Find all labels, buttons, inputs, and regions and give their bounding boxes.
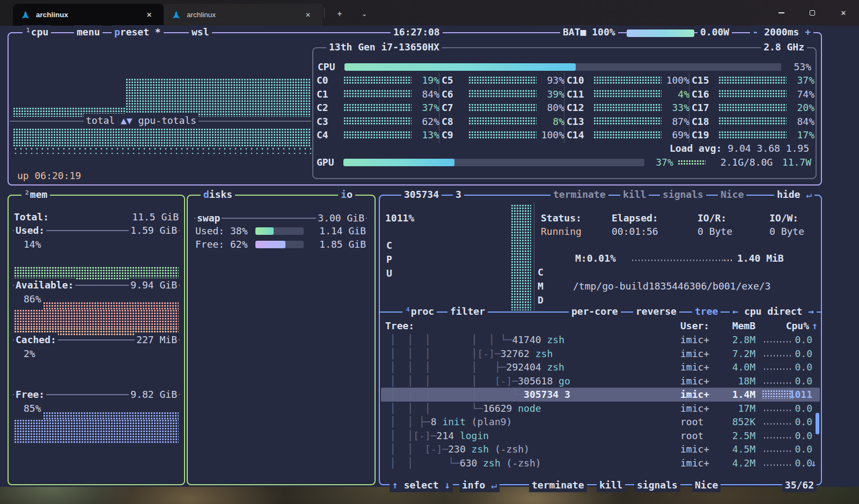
maximize-button[interactable] [797,0,828,26]
refresh-value: 2000ms [764,26,799,38]
detail-mem-percent: M:0.01% [575,251,616,265]
cpu-vertical-label: C [386,239,394,253]
tab-archlinux-inactive[interactable]: archlinux ✕ [164,4,322,26]
core-column-3: C10100%C114%C1233%C1387%C1469% [567,73,689,142]
process-row-32762[interactable]: │ │ │ │[-]─32762 zshimic+7.2M0.0 [381,347,820,361]
core-row-C13: C1387% [567,115,689,129]
core-graph [718,90,787,98]
core-row-C0: C019% [317,73,439,87]
signals-button[interactable]: signals [660,188,706,202]
cpu-box-title[interactable]: ¹cpu [23,25,51,39]
column-user: User: [680,319,709,333]
select-up-icon[interactable]: ↑ [392,479,398,491]
mem-available-row: Available:9.94 GiB [13,278,180,292]
column-mem: MemB [715,319,755,333]
per-core-toggle[interactable]: per-core [569,305,621,318]
process-row-305618[interactable]: │ │ │ │ [-]─305618 goimic+18M0.0 [381,374,820,388]
process-row-41740[interactable]: │ │ │ │ │ └─41740 zshimic+2.8M0.0 [381,333,820,347]
cpu-total-bar [344,63,781,71]
selected-pid: 305734 [401,188,442,202]
core-column-1: C019%C184%C237%C362%C413% [317,73,439,142]
battery-watts: 0.00W [698,25,732,39]
core-row-C3: C362% [317,115,439,129]
core-row-C1: C184% [317,87,439,101]
io-toggle[interactable]: io [338,188,355,202]
filter-button[interactable]: filter [447,305,488,318]
arch-linux-icon [171,10,181,20]
cmd-vertical-label: M [538,279,545,293]
core-graph [343,117,412,125]
signals-footer-button[interactable]: signals [634,478,680,492]
disks-box-title[interactable]: disks [201,188,235,202]
info-button[interactable]: info ↵ [459,478,500,492]
core-graph [343,76,412,85]
process-row-230[interactable]: │ │ [-]─230 zsh (-zsh)imic+4.5M0.0 [381,442,820,456]
tab-dropdown-button[interactable]: ⌄ [353,5,376,23]
elapsed-label: Elapsed: [612,211,658,225]
scroll-down-icon[interactable]: ↓ [811,456,817,470]
enter-icon: ↵ [491,479,497,491]
core-column-4: C1537%C1674%C1720%C1884%C1917% [692,73,814,142]
process-row-630[interactable]: │ │ └─630 zsh (-zsh)imic+4.2M0.0 [381,456,820,470]
refresh-plus-button[interactable]: + [805,26,811,38]
process-row-16629[interactable]: │ │ │ └─16629 nodeimic+17M0.0 [381,402,820,416]
process-row-214[interactable]: │ │[-]─214 loginroot2.5M0.0 [381,429,820,443]
core-graph [593,117,662,125]
cpu-total-graph-right [126,78,311,117]
list-position: 35/62 [782,478,817,492]
cpu-frequency: 2.8 GHz [761,40,807,54]
core-graph [468,117,537,125]
sort-right-icon[interactable]: → [808,306,814,317]
status-label: Status: [541,211,582,225]
process-row-292404[interactable]: │ │ │ │ ├─292404 zshimic+4.0M0.0 [381,360,820,374]
close-icon: ✕ [841,9,847,17]
nice-button[interactable]: Nice [718,188,746,202]
minimize-icon [779,12,784,13]
kill-button[interactable]: kill [620,188,649,202]
swap-used-bar [255,227,304,235]
detail-cpu-graph [511,204,531,310]
gpu-totals-graph [13,128,311,146]
mem-available-graph-top [43,302,179,309]
tab-close-icon[interactable]: ✕ [300,8,316,22]
proc-scrollbar[interactable] [816,413,819,434]
btop-terminal: ¹cpu menu preset * wsl 16:27:08 BAT■ 100… [0,26,859,487]
cpu-total-label: CPU [318,60,340,74]
tree-toggle[interactable]: tree [692,305,721,318]
sort-left-icon[interactable]: ← [732,306,738,317]
core-row-C11: C114% [567,87,689,101]
kill-footer-button[interactable]: kill [597,478,625,492]
process-row-305734[interactable]: │ │ │ │ └─305734 3imic+1.4M1011 [381,388,820,402]
core-graph [468,90,537,98]
graph-toggle-arrows: ▲▼ [121,115,133,126]
mem-box-title[interactable]: ²mem [21,188,50,202]
new-tab-button[interactable]: + [328,5,351,23]
gpu-bar [343,159,644,166]
graph-divider-label[interactable]: total ▲▼ gpu-totals [84,114,199,128]
refresh-minus-button[interactable]: - [753,26,759,38]
tab-separator [324,8,325,18]
tab-archlinux-active[interactable]: archlinux ✕ [13,4,164,26]
gpu-power: 11.7W [777,155,811,169]
terminate-footer-button[interactable]: terminate [529,478,587,492]
detail-mem-value: 1.40 MiB [737,251,784,265]
battery-bar [627,29,694,37]
tab-close-icon[interactable]: ✕ [141,8,157,22]
swap-free-row: Free: 62% 1.85 GiB [195,238,366,251]
menu-button[interactable]: menu [74,25,102,39]
close-button[interactable]: ✕ [828,0,859,26]
nice-footer-button[interactable]: Nice [692,478,721,492]
core-graph [593,90,662,98]
minimize-button[interactable] [766,0,797,26]
terminate-button[interactable]: terminate [550,188,608,202]
column-cpu[interactable]: Cpu% [786,319,809,333]
select-down-icon[interactable]: ↓ [445,479,451,491]
process-row-8[interactable]: │ │ ├─8 init (plan9)root852K0.0 [381,415,820,429]
reverse-toggle[interactable]: reverse [633,305,679,318]
core-row-C12: C1233% [567,101,689,115]
core-graph [593,76,662,85]
proc-title[interactable]: ⁴proc [402,305,437,318]
preset-button[interactable]: preset * [112,25,164,39]
mem-total-row: Total:11.5 GiB [14,210,179,224]
hide-button[interactable]: hide ↵ [774,188,814,202]
